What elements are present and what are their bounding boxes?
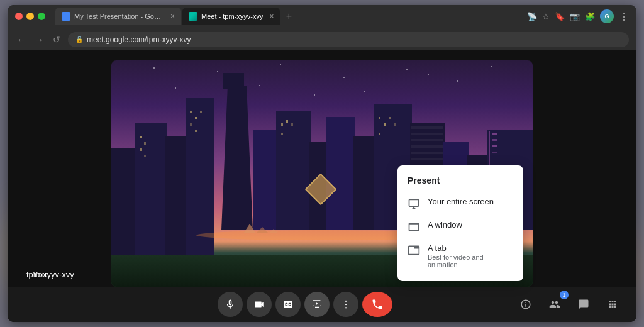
tab-meet-close[interactable]: × [269,13,274,20]
toolbar-right: 1 [514,293,624,316]
svg-rect-39 [379,133,380,135]
mic-button[interactable] [218,292,243,317]
svg-rect-15 [411,139,443,141]
svg-rect-44 [492,152,497,153]
close-window-button[interactable] [15,13,23,20]
reload-button[interactable]: ↺ [50,35,63,45]
minimize-window-button[interactable] [26,13,34,20]
profile-avatar[interactable]: G [600,9,614,23]
entire-screen-label: Your entire screen [428,197,494,206]
people-button-wrapper: 1 [543,293,566,316]
present-tab-item[interactable]: A tab Best for video and animation [397,238,523,274]
chrome-menu-icon[interactable]: ⋮ [619,11,629,23]
svg-rect-0 [111,148,136,262]
camera-button[interactable] [247,292,272,317]
svg-rect-23 [144,142,146,145]
window-icon [408,221,420,233]
maximize-window-button[interactable] [38,13,45,20]
svg-rect-22 [140,136,142,138]
tabs-area: My Test Presentation - Googl... × Meet -… [55,8,522,25]
secure-icon: 🔒 [75,36,83,43]
forward-button[interactable]: → [33,35,45,45]
svg-rect-33 [291,123,293,126]
meeting-info-button[interactable] [514,293,537,316]
traffic-lights [15,13,45,20]
svg-rect-41 [492,133,497,135]
present-dropdown: Present Your entire screen A window [397,165,523,281]
svg-rect-37 [389,117,391,119]
svg-rect-5 [223,73,244,89]
content-area: You tpm-xyyv-xvy [8,50,636,322]
svg-rect-31 [281,123,283,126]
tab-text: A tab Best for video and animation [428,243,513,269]
svg-rect-27 [195,117,197,119]
svg-rect-35 [379,117,380,119]
present-window-item[interactable]: A window [397,215,523,238]
svg-rect-30 [195,130,197,132]
present-entire-screen-item[interactable]: Your entire screen [397,192,523,215]
entire-screen-icon [408,197,420,210]
title-bar: My Test Presentation - Googl... × Meet -… [8,5,636,28]
svg-rect-14 [411,133,443,135]
svg-rect-17 [411,152,443,154]
tab-slides-label: My Test Presentation - Googl... [74,13,164,20]
activities-button[interactable] [601,293,624,316]
entire-screen-text: Your entire screen [428,197,494,206]
cast-icon[interactable]: 📡 [527,12,537,21]
video-container: You [8,50,636,287]
nav-bar: ← → ↺ 🔒 meet.google.com/tpm-xyyv-xvy [8,28,636,50]
back-button[interactable]: ← [15,35,28,45]
end-call-button[interactable] [362,292,392,317]
svg-rect-1 [135,123,167,262]
svg-rect-26 [190,111,192,113]
address-text: meet.google.com/tpm-xyyv-xvy [87,35,191,44]
screenshot-icon[interactable]: 📷 [570,12,580,21]
svg-rect-16 [411,145,443,148]
svg-rect-24 [140,148,142,151]
extensions-icon[interactable]: 🧩 [585,12,595,21]
svg-rect-9 [326,117,355,230]
svg-rect-43 [492,145,497,147]
present-dropdown-title: Present [397,173,523,192]
svg-point-50 [345,304,347,305]
svg-rect-34 [281,133,283,135]
svg-marker-4 [221,86,253,230]
address-bar[interactable]: 🔒 meet.google.com/tpm-xyyv-xvy [68,32,629,47]
extension-icons: 📡 ☆ 🔖 📷 🧩 G ⋮ [527,9,629,23]
bottom-toolbar: 1 [8,287,636,322]
svg-rect-29 [190,123,192,126]
svg-rect-13 [411,126,443,129]
present-button[interactable] [304,292,330,317]
tab-icon [408,244,420,257]
svg-rect-10 [353,136,377,230]
svg-point-51 [345,307,347,308]
tab-meet[interactable]: Meet - tpm-xyyv-xvy × [182,8,280,25]
tab-meet-favicon [189,12,197,21]
chat-button[interactable] [572,293,595,316]
svg-rect-7 [276,111,311,230]
captions-button[interactable] [275,292,301,317]
svg-point-49 [345,301,347,302]
tab-slides-favicon [62,12,70,21]
svg-rect-18 [411,158,443,160]
svg-rect-32 [286,120,288,123]
svg-rect-38 [394,123,396,126]
svg-rect-2 [165,136,187,262]
tab-slides[interactable]: My Test Presentation - Googl... × [55,8,181,25]
window-text: A window [428,220,462,230]
toolbar-center [218,292,392,317]
browser-window: My Test Presentation - Googl... × Meet -… [8,5,636,322]
tab-label: A tab [428,243,513,253]
more-options-button[interactable] [333,292,358,317]
svg-rect-42 [492,139,497,141]
new-tab-button[interactable]: + [281,9,296,24]
tab-slides-close[interactable]: × [170,13,175,20]
window-label: A window [428,220,462,230]
star-icon[interactable]: ☆ [542,12,550,21]
svg-rect-28 [200,111,202,113]
svg-rect-6 [253,130,278,230]
svg-rect-25 [144,155,146,157]
bookmark-icon[interactable]: 🔖 [555,12,565,21]
tab-sublabel: Best for video and animation [428,253,513,269]
people-badge: 1 [560,291,569,299]
